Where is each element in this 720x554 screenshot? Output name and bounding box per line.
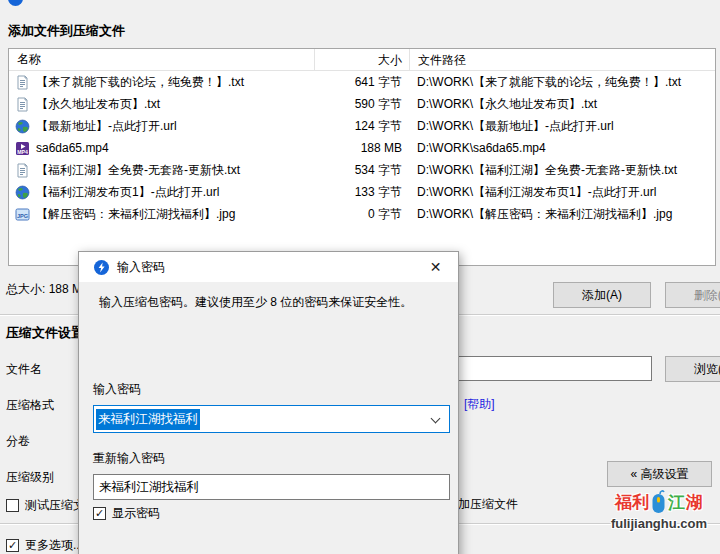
- table-row[interactable]: 【来了就能下载的论坛，纯免费！】.txt 641 字节 D:\WORK\【来了就…: [9, 71, 715, 93]
- mp4-file-icon: MP4: [15, 141, 30, 156]
- file-path: D:\WORK\【来了就能下载的论坛，纯免费！】.txt: [409, 74, 715, 91]
- show-password-checkbox[interactable]: ✓ 显示密码: [93, 505, 160, 522]
- file-path: D:\WORK\【福利江湖发布页1】-点此打开.url: [409, 184, 715, 201]
- watermark-text-left: 福利: [615, 491, 649, 514]
- add-button[interactable]: 添加(A): [553, 282, 651, 308]
- app-icon: [8, 0, 23, 6]
- app-icon: [94, 260, 109, 275]
- file-name: 【最新地址】-点此打开.url: [36, 118, 177, 135]
- file-path: D:\WORK\【福利江湖】全免费-无套路-更新快.txt: [409, 162, 715, 179]
- svg-text:MP4: MP4: [17, 148, 28, 154]
- checkbox-icon[interactable]: ✓: [93, 507, 106, 520]
- file-path: D:\WORK\【最新地址】-点此打开.url: [409, 118, 715, 135]
- table-row[interactable]: MP4 sa6da65.mp4 188 MB D:\WORK\sa6da65.m…: [9, 137, 715, 159]
- globe-url-icon: [15, 185, 30, 200]
- dialog-message: 输入压缩包密码。建议使用至少 8 位的密码来保证安全性。: [99, 294, 444, 311]
- file-name: 【永久地址发布页】.txt: [36, 96, 160, 113]
- file-name: sa6da65.mp4: [36, 141, 109, 155]
- watermark-text-right: 湖: [686, 491, 703, 514]
- column-header-size[interactable]: 大小: [314, 49, 409, 71]
- checkbox-label: 更多选项...: [25, 537, 83, 554]
- help-link[interactable]: [帮助]: [464, 396, 495, 413]
- column-header-name[interactable]: 名称: [9, 51, 314, 68]
- close-icon[interactable]: ✕: [413, 252, 458, 281]
- globe-url-icon: [15, 119, 30, 134]
- text-file-icon: [15, 75, 30, 90]
- table-row[interactable]: JPG 【解压密码：来福利江湖找福利】.jpg 0 字节 D:\WORK\【解压…: [9, 203, 715, 225]
- text-file-icon: [15, 163, 30, 178]
- file-size: 188 MB: [314, 141, 409, 155]
- password-dialog: 输入密码 ✕ 输入压缩包密码。建议使用至少 8 位的密码来保证安全性。 输入密码…: [78, 251, 459, 554]
- chevron-down-icon[interactable]: [431, 414, 441, 424]
- file-name: 【解压密码：来福利江湖找福利】.jpg: [36, 206, 235, 223]
- watermark-site: fulijianghu.com: [600, 516, 718, 531]
- dialog-titlebar[interactable]: 输入密码 ✕: [79, 252, 458, 282]
- mouse-icon: [650, 489, 667, 515]
- settings-section-title: 压缩文件设置: [6, 324, 84, 342]
- table-row[interactable]: 【最新地址】-点此打开.url 124 字节 D:\WORK\【最新地址】-点此…: [9, 115, 715, 137]
- file-name: 【福利江湖发布页1】-点此打开.url: [36, 184, 219, 201]
- checkbox-icon[interactable]: [6, 499, 19, 512]
- volume-label: 分卷: [6, 433, 30, 450]
- file-path: D:\WORK\sa6da65.mp4: [409, 141, 715, 155]
- advanced-settings-button[interactable]: « 高级设置: [607, 461, 712, 487]
- file-table-body: 【来了就能下载的论坛，纯免费！】.txt 641 字节 D:\WORK\【来了就…: [9, 71, 715, 225]
- file-size: 124 字节: [314, 118, 409, 135]
- file-name: 【来了就能下载的论坛，纯免费！】.txt: [36, 74, 244, 91]
- password-value-selected: 来福利江湖找福利: [96, 409, 200, 430]
- password-combobox[interactable]: 来福利江湖找福利: [93, 405, 450, 433]
- file-table-header: 名称 大小 文件路径: [9, 49, 715, 71]
- confirm-password-label: 重新输入密码: [93, 450, 165, 467]
- file-name: 【福利江湖】全免费-无套路-更新快.txt: [36, 162, 240, 179]
- filename-label: 文件名: [6, 361, 42, 378]
- file-size: 133 字节: [314, 184, 409, 201]
- file-table: 名称 大小 文件路径 【来了就能下载的论坛，纯免费！】.txt 641 字节 D…: [8, 48, 716, 266]
- watermark-logo: 福利 江 湖 fulijianghu.com: [600, 489, 718, 531]
- file-size: 534 字节: [314, 162, 409, 179]
- jpg-file-icon: JPG: [15, 207, 30, 222]
- level-label: 压缩级别: [6, 469, 54, 486]
- dialog-title: 输入密码: [117, 259, 165, 276]
- checkbox-label: 显示密码: [112, 505, 160, 522]
- table-row[interactable]: 【福利江湖发布页1】-点此打开.url 133 字节 D:\WORK\【福利江湖…: [9, 181, 715, 203]
- password-label: 输入密码: [93, 381, 141, 398]
- format-label: 压缩格式: [6, 397, 54, 414]
- file-size: 0 字节: [314, 206, 409, 223]
- browse-button[interactable]: 浏览(B): [665, 356, 720, 382]
- file-path: D:\WORK\【永久地址发布页】.txt: [409, 96, 715, 113]
- file-size: 590 字节: [314, 96, 409, 113]
- more-options-checkbox[interactable]: ✓ 更多选项...: [6, 537, 83, 554]
- confirm-password-input[interactable]: 来福利江湖找福利: [93, 474, 450, 500]
- column-header-path[interactable]: 文件路径: [409, 49, 715, 71]
- clipped-checkbox-label: 加压缩文件: [458, 496, 518, 513]
- table-row[interactable]: 【福利江湖】全免费-无套路-更新快.txt 534 字节 D:\WORK\【福利…: [9, 159, 715, 181]
- text-file-icon: [15, 97, 30, 112]
- checkbox-icon[interactable]: ✓: [6, 539, 19, 552]
- delete-button[interactable]: 删除(D): [665, 282, 720, 308]
- file-size: 641 字节: [314, 74, 409, 91]
- page-title: 添加文件到压缩文件: [8, 22, 125, 40]
- file-path: D:\WORK\【解压密码：来福利江湖找福利】.jpg: [409, 206, 715, 223]
- confirm-password-value: 来福利江湖找福利: [99, 479, 199, 496]
- watermark-text-mid: 江: [668, 491, 685, 514]
- svg-text:JPG: JPG: [17, 212, 28, 218]
- table-row[interactable]: 【永久地址发布页】.txt 590 字节 D:\WORK\【永久地址发布页】.t…: [9, 93, 715, 115]
